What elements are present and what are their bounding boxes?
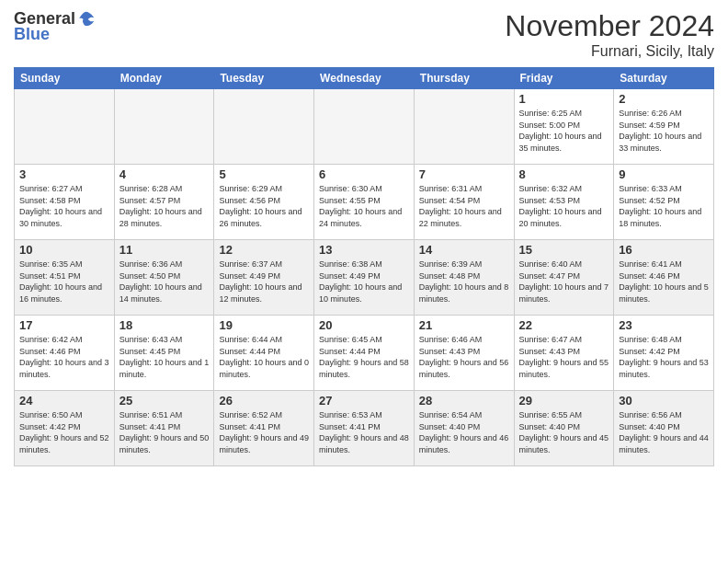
day-number: 26 [219, 394, 309, 408]
week-row-4: 24Sunrise: 6:50 AMSunset: 4:42 PMDayligh… [15, 391, 714, 466]
day-info: Sunrise: 6:39 AMSunset: 4:48 PMDaylight:… [419, 259, 509, 304]
day-cell: 1Sunrise: 6:25 AMSunset: 5:00 PMDaylight… [514, 89, 614, 165]
day-number: 17 [19, 318, 109, 332]
day-number: 24 [19, 394, 109, 408]
logo: General Blue [14, 9, 96, 44]
day-number: 19 [219, 318, 309, 332]
day-cell: 15Sunrise: 6:40 AMSunset: 4:47 PMDayligh… [514, 240, 614, 316]
day-cell: 12Sunrise: 6:37 AMSunset: 4:49 PMDayligh… [214, 240, 314, 316]
day-cell: 17Sunrise: 6:42 AMSunset: 4:46 PMDayligh… [15, 316, 115, 391]
day-info: Sunrise: 6:26 AMSunset: 4:59 PMDaylight:… [619, 108, 709, 154]
logo-blue-text: Blue [14, 25, 96, 44]
day-info: Sunrise: 6:28 AMSunset: 4:57 PMDaylight:… [119, 183, 210, 229]
col-header-thursday: Thursday [414, 68, 514, 89]
day-cell: 30Sunrise: 6:56 AMSunset: 4:40 PMDayligh… [614, 391, 714, 466]
col-header-tuesday: Tuesday [214, 68, 314, 89]
day-number: 23 [619, 318, 709, 332]
day-info: Sunrise: 6:44 AMSunset: 4:44 PMDaylight:… [219, 334, 309, 380]
day-cell: 9Sunrise: 6:33 AMSunset: 4:52 PMDaylight… [614, 165, 714, 240]
day-cell: 4Sunrise: 6:28 AMSunset: 4:57 PMDaylight… [114, 165, 214, 240]
day-info: Sunrise: 6:29 AMSunset: 4:56 PMDaylight:… [219, 183, 309, 229]
month-title: November 2024 [505, 9, 714, 43]
day-cell: 22Sunrise: 6:47 AMSunset: 4:43 PMDayligh… [514, 316, 614, 391]
day-number: 12 [219, 243, 309, 257]
day-cell: 2Sunrise: 6:26 AMSunset: 4:59 PMDaylight… [614, 89, 714, 165]
day-cell: 13Sunrise: 6:38 AMSunset: 4:49 PMDayligh… [314, 240, 415, 316]
day-info: Sunrise: 6:33 AMSunset: 4:52 PMDaylight:… [619, 183, 709, 229]
day-info: Sunrise: 6:51 AMSunset: 4:41 PMDaylight:… [119, 409, 210, 455]
day-cell: 18Sunrise: 6:43 AMSunset: 4:45 PMDayligh… [114, 316, 214, 391]
day-number: 1 [519, 92, 609, 106]
day-cell [214, 89, 314, 165]
day-cell: 24Sunrise: 6:50 AMSunset: 4:42 PMDayligh… [15, 391, 115, 466]
week-row-3: 17Sunrise: 6:42 AMSunset: 4:46 PMDayligh… [15, 316, 714, 391]
day-number: 27 [319, 394, 409, 408]
day-cell: 28Sunrise: 6:54 AMSunset: 4:40 PMDayligh… [414, 391, 514, 466]
day-cell: 3Sunrise: 6:27 AMSunset: 4:58 PMDaylight… [15, 165, 115, 240]
day-cell: 23Sunrise: 6:48 AMSunset: 4:42 PMDayligh… [614, 316, 714, 391]
day-cell: 14Sunrise: 6:39 AMSunset: 4:48 PMDayligh… [414, 240, 514, 316]
week-row-1: 3Sunrise: 6:27 AMSunset: 4:58 PMDaylight… [15, 165, 714, 240]
day-cell: 27Sunrise: 6:53 AMSunset: 4:41 PMDayligh… [314, 391, 415, 466]
day-cell: 10Sunrise: 6:35 AMSunset: 4:51 PMDayligh… [15, 240, 115, 316]
day-cell [114, 89, 214, 165]
day-info: Sunrise: 6:37 AMSunset: 4:49 PMDaylight:… [219, 259, 309, 304]
day-info: Sunrise: 6:40 AMSunset: 4:47 PMDaylight:… [519, 259, 609, 304]
day-cell: 5Sunrise: 6:29 AMSunset: 4:56 PMDaylight… [214, 165, 314, 240]
calendar-page: General Blue November 2024 Furnari, Sici… [0, 0, 728, 563]
header: General Blue November 2024 Furnari, Sici… [14, 9, 714, 60]
day-number: 14 [419, 243, 509, 257]
day-number: 18 [119, 318, 210, 332]
day-info: Sunrise: 6:56 AMSunset: 4:40 PMDaylight:… [619, 409, 709, 455]
day-cell [15, 89, 115, 165]
day-cell: 11Sunrise: 6:36 AMSunset: 4:50 PMDayligh… [114, 240, 214, 316]
header-row: SundayMondayTuesdayWednesdayThursdayFrid… [15, 68, 714, 89]
day-info: Sunrise: 6:32 AMSunset: 4:53 PMDaylight:… [519, 183, 609, 229]
day-number: 2 [619, 92, 709, 106]
col-header-wednesday: Wednesday [314, 68, 415, 89]
day-number: 7 [419, 167, 509, 181]
day-cell: 8Sunrise: 6:32 AMSunset: 4:53 PMDaylight… [514, 165, 614, 240]
day-number: 15 [519, 243, 609, 257]
day-info: Sunrise: 6:47 AMSunset: 4:43 PMDaylight:… [519, 334, 609, 380]
day-number: 10 [19, 243, 109, 257]
day-cell: 26Sunrise: 6:52 AMSunset: 4:41 PMDayligh… [214, 391, 314, 466]
day-number: 16 [619, 243, 709, 257]
day-cell: 19Sunrise: 6:44 AMSunset: 4:44 PMDayligh… [214, 316, 314, 391]
day-number: 13 [319, 243, 409, 257]
day-number: 6 [319, 167, 409, 181]
day-cell [314, 89, 415, 165]
day-cell: 6Sunrise: 6:30 AMSunset: 4:55 PMDaylight… [314, 165, 415, 240]
day-info: Sunrise: 6:45 AMSunset: 4:44 PMDaylight:… [319, 334, 409, 380]
day-info: Sunrise: 6:54 AMSunset: 4:40 PMDaylight:… [419, 409, 509, 455]
day-info: Sunrise: 6:55 AMSunset: 4:40 PMDaylight:… [519, 409, 609, 455]
day-info: Sunrise: 6:43 AMSunset: 4:45 PMDaylight:… [119, 334, 210, 380]
day-info: Sunrise: 6:25 AMSunset: 5:00 PMDaylight:… [519, 108, 609, 154]
col-header-monday: Monday [114, 68, 214, 89]
day-number: 29 [519, 394, 609, 408]
day-number: 28 [419, 394, 509, 408]
day-info: Sunrise: 6:30 AMSunset: 4:55 PMDaylight:… [319, 183, 409, 229]
day-cell: 21Sunrise: 6:46 AMSunset: 4:43 PMDayligh… [414, 316, 514, 391]
day-info: Sunrise: 6:52 AMSunset: 4:41 PMDaylight:… [219, 409, 309, 455]
day-cell [414, 89, 514, 165]
day-number: 3 [19, 167, 109, 181]
day-number: 21 [419, 318, 509, 332]
day-number: 30 [619, 394, 709, 408]
week-row-0: 1Sunrise: 6:25 AMSunset: 5:00 PMDaylight… [15, 89, 714, 165]
day-cell: 16Sunrise: 6:41 AMSunset: 4:46 PMDayligh… [614, 240, 714, 316]
day-cell: 20Sunrise: 6:45 AMSunset: 4:44 PMDayligh… [314, 316, 415, 391]
day-number: 9 [619, 167, 709, 181]
day-number: 20 [319, 318, 409, 332]
day-cell: 29Sunrise: 6:55 AMSunset: 4:40 PMDayligh… [514, 391, 614, 466]
week-row-2: 10Sunrise: 6:35 AMSunset: 4:51 PMDayligh… [15, 240, 714, 316]
col-header-saturday: Saturday [614, 68, 714, 89]
day-number: 5 [219, 167, 309, 181]
calendar-table: SundayMondayTuesdayWednesdayThursdayFrid… [14, 67, 714, 466]
day-number: 4 [119, 167, 210, 181]
title-block: November 2024 Furnari, Sicily, Italy [505, 9, 714, 60]
day-info: Sunrise: 6:42 AMSunset: 4:46 PMDaylight:… [19, 334, 109, 380]
day-info: Sunrise: 6:50 AMSunset: 4:42 PMDaylight:… [19, 409, 109, 455]
col-header-sunday: Sunday [15, 68, 115, 89]
day-info: Sunrise: 6:36 AMSunset: 4:50 PMDaylight:… [119, 259, 210, 304]
